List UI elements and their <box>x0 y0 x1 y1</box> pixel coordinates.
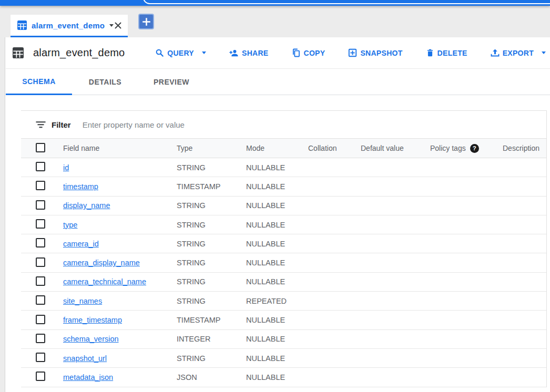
close-icon[interactable] <box>114 20 123 30</box>
schema-table-header: Field name Type Mode Collation Default v… <box>21 138 546 158</box>
field-mode: NULLABLE <box>246 373 308 381</box>
delete-label: DELETE <box>437 49 467 57</box>
field-name-link[interactable]: camera_display_name <box>63 259 140 267</box>
table-detail-panel: alarm_event_demo QUERY <box>6 37 550 392</box>
filter-label: Filter <box>52 120 71 129</box>
table-row: schema_version INTEGER NULLABLE <box>21 330 546 349</box>
schema-card: Filter Field name Type Mode Collation De… <box>21 110 547 387</box>
copy-button[interactable]: COPY <box>292 48 325 57</box>
table-row: metadata_json JSON NULLABLE <box>21 368 546 387</box>
chevron-down-icon <box>542 51 546 54</box>
tab-schema[interactable]: SCHEMA <box>6 69 72 95</box>
help-icon[interactable]: ? <box>470 144 479 153</box>
filter-input[interactable] <box>83 120 409 129</box>
field-name-link[interactable]: type <box>63 221 77 229</box>
row-checkbox[interactable] <box>36 257 45 267</box>
row-checkbox[interactable] <box>36 372 45 381</box>
field-type: STRING <box>177 259 246 267</box>
col-mode: Mode <box>246 144 308 152</box>
field-mode: NULLABLE <box>246 221 308 229</box>
chevron-down-icon[interactable] <box>109 24 114 27</box>
delete-button[interactable]: DELETE <box>426 48 467 57</box>
search-icon <box>155 48 164 57</box>
page-title: alarm_event_demo <box>33 47 125 59</box>
field-name-link[interactable]: camera_id <box>63 240 99 248</box>
field-mode: NULLABLE <box>246 277 308 286</box>
field-type: INTEGER <box>177 335 246 343</box>
table-title-bar: alarm_event_demo QUERY <box>6 37 550 69</box>
col-default-value: Default value <box>361 144 430 152</box>
share-label: SHARE <box>242 49 269 57</box>
field-mode: NULLABLE <box>246 163 308 172</box>
table-row: type STRING NULLABLE <box>21 215 546 234</box>
console-topbar <box>0 0 550 6</box>
table-row: site_names STRING REPEATED <box>21 292 546 311</box>
field-name-link[interactable]: camera_technical_name <box>63 277 146 286</box>
tab-details[interactable]: DETAILS <box>72 69 138 95</box>
export-button[interactable]: EXPORT <box>491 48 546 57</box>
query-label: QUERY <box>167 49 194 57</box>
field-type: STRING <box>177 163 246 172</box>
row-checkbox[interactable] <box>36 334 45 343</box>
field-name-link[interactable]: frame_timestamp <box>63 316 122 324</box>
col-collation: Collation <box>308 144 361 152</box>
table-grid-icon <box>17 20 27 30</box>
field-type: TIMESTAMP <box>177 316 246 324</box>
filter-list-icon <box>36 121 46 129</box>
table-row: camera_id STRING NULLABLE <box>21 234 546 253</box>
trash-icon <box>426 48 434 57</box>
copy-icon <box>292 48 301 57</box>
table-grid-icon-dark <box>13 47 24 58</box>
snapshot-button[interactable]: SNAPSHOT <box>348 48 402 57</box>
table-row: camera_display_name STRING NULLABLE <box>21 253 546 272</box>
tab-preview[interactable]: PREVIEW <box>138 69 205 95</box>
table-row: timestamp TIMESTAMP NULLABLE <box>21 177 546 196</box>
row-checkbox[interactable] <box>36 162 45 171</box>
field-type: JSON <box>177 373 246 381</box>
field-name-link[interactable]: timestamp <box>63 182 98 191</box>
row-checkbox[interactable] <box>36 276 45 286</box>
field-name-link[interactable]: site_names <box>63 297 102 305</box>
row-checkbox[interactable] <box>36 295 45 305</box>
field-mode: REPEATED <box>246 297 308 305</box>
plus-icon <box>142 18 150 26</box>
left-gutter <box>0 37 5 392</box>
editor-tab-bar: alarm_event_demo <box>0 6 550 37</box>
row-checkbox[interactable] <box>36 219 45 229</box>
row-checkbox[interactable] <box>36 353 45 362</box>
row-checkbox[interactable] <box>36 238 45 247</box>
field-name-link[interactable]: snapshot_url <box>63 354 107 363</box>
col-description: Description <box>503 144 546 152</box>
row-checkbox[interactable] <box>36 315 45 324</box>
field-name-link[interactable]: display_name <box>63 201 110 210</box>
field-mode: NULLABLE <box>246 201 308 210</box>
col-policy-tags: Policy tags ? <box>430 144 503 153</box>
select-all-checkbox[interactable] <box>36 143 45 152</box>
field-type: STRING <box>177 240 246 248</box>
col-type: Type <box>177 144 246 152</box>
new-tab-button[interactable] <box>138 14 154 29</box>
field-name-link[interactable]: metadata_json <box>63 373 113 381</box>
filter-row: Filter <box>21 111 546 138</box>
field-type: STRING <box>177 354 246 363</box>
field-name-link[interactable]: schema_version <box>63 335 119 343</box>
table-row: id STRING NULLABLE <box>21 158 546 177</box>
table-row: snapshot_url STRING NULLABLE <box>21 349 546 368</box>
field-type: STRING <box>177 297 246 305</box>
field-type: STRING <box>177 221 246 229</box>
row-checkbox[interactable] <box>36 181 45 190</box>
field-name-link[interactable]: id <box>63 163 69 172</box>
schema-table-body: id STRING NULLABLE timestamp TIMESTAMP N… <box>21 158 546 387</box>
field-mode: NULLABLE <box>246 354 308 363</box>
bigquery-table-screen: alarm_event_demo <box>0 0 550 392</box>
upload-icon <box>491 48 500 57</box>
share-button[interactable]: SHARE <box>229 48 269 57</box>
console-search-bar[interactable] <box>143 0 550 4</box>
row-checkbox[interactable] <box>36 200 45 210</box>
query-button[interactable]: QUERY <box>155 48 206 57</box>
tab-label: alarm_event_demo <box>32 21 105 30</box>
tab-alarm-event-demo[interactable]: alarm_event_demo <box>11 15 128 37</box>
field-type: TIMESTAMP <box>177 182 246 191</box>
copy-label: COPY <box>304 49 325 57</box>
col-field-name: Field name <box>63 144 177 152</box>
